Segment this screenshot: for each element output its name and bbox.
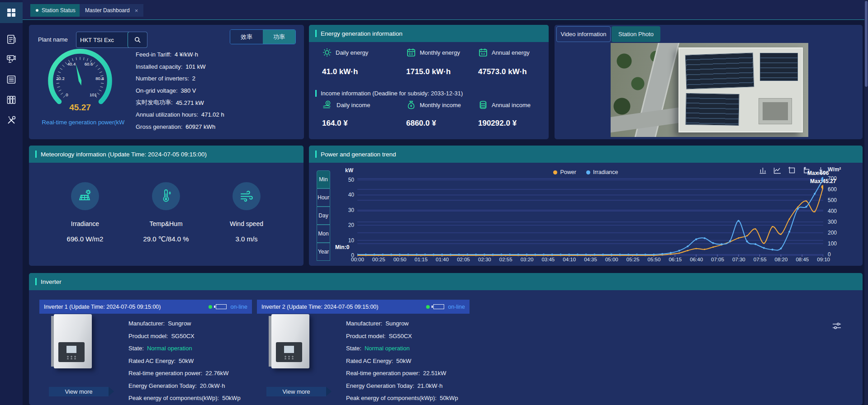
info-row: Gross generation:60927 kWh [136, 121, 224, 133]
legend-power[interactable]: Power [553, 169, 576, 175]
annual-income-value: 190292.0 ¥ [478, 119, 550, 128]
photo-solar-array [685, 93, 739, 126]
header-accent [35, 151, 37, 158]
irradiance-legend-dot [586, 170, 590, 174]
panel-title: Energy generation information [321, 30, 403, 37]
monthly-income-value: 6860.0 ¥ [406, 119, 479, 128]
min-annotation: Min:0 [335, 244, 349, 250]
gauge-tick-label: 101 [90, 92, 97, 97]
zoom-in-icon[interactable] [788, 166, 796, 174]
daily-energy-value: 41.0 kW·h [322, 67, 394, 76]
thermometer-icon [158, 188, 174, 204]
range-button-min[interactable]: Min [317, 170, 330, 188]
header-accent [315, 151, 317, 158]
tab-label: Master Dashboard [85, 7, 130, 14]
coins-icon [478, 100, 488, 110]
range-button-day[interactable]: Day [317, 207, 330, 225]
daily-income-item: Daily income [322, 100, 394, 110]
tab-label: Station Status [42, 7, 76, 14]
met-label: Wind speed [208, 220, 285, 227]
toggle-power[interactable]: 功率 [263, 30, 295, 44]
met-value: 696.0 W/m2 [47, 235, 123, 243]
y-tick: 50 [335, 177, 354, 183]
inverter-device-icon [433, 304, 444, 309]
y-left-unit: kW [345, 167, 353, 174]
panel-header: Meteorology information (Update Time: 20… [29, 146, 304, 163]
range-button-mon[interactable]: Mon [317, 225, 330, 243]
tab-video-information[interactable]: Video information [556, 26, 611, 42]
toggle-efficiency[interactable]: 效率 [230, 30, 263, 44]
panel-header: Power and generation trend [309, 146, 863, 163]
online-status-dot [209, 305, 212, 309]
calendar-icon [406, 47, 416, 57]
bar-chart-icon[interactable] [759, 166, 767, 174]
inverter-card-2: Inverter 2 (Update Time: 2024-07-05 09:1… [257, 300, 470, 405]
daily-energy-item: Daily energy [322, 47, 394, 57]
search-button[interactable] [128, 32, 147, 48]
filter-sliders-icon[interactable] [832, 322, 841, 332]
range-button-year[interactable]: Year [317, 243, 330, 261]
panel-title: Power and generation trend [321, 151, 396, 158]
info-row: On-grid voltage:380 V [136, 85, 224, 97]
legend-irradiance[interactable]: Irradiance [586, 169, 618, 175]
inverter-image [54, 314, 92, 368]
gauge-tick-label: 80.8 [95, 76, 104, 81]
cabinet-icon[interactable] [6, 94, 17, 105]
monthly-income-item: Monthly income [406, 100, 479, 110]
max-power-annotation: Max:45.27 [810, 178, 836, 184]
photo-solar-array [760, 53, 798, 81]
station-info-list: Feed-in Tariff:4 ¥/kW·h Installed capaci… [136, 48, 224, 133]
inverter-device-icon [216, 304, 227, 309]
gauge-tick-label: 20.2 [56, 76, 65, 81]
tab-master-dashboard[interactable]: Master Dashboard × [80, 4, 143, 17]
solar-panel-icon [77, 188, 93, 204]
sun-icon [322, 47, 332, 57]
search-icon [134, 36, 141, 43]
power-legend-dot [553, 170, 557, 174]
scrollbar-thumb[interactable] [865, 1, 868, 87]
info-row: Number of inverters:2 [136, 72, 224, 85]
gauge-svg: 0 20.2 40.4 60.6 80.8 101 45.27 [35, 40, 125, 119]
power-gauge: 0 20.2 40.4 60.6 80.8 101 45.27 [35, 40, 125, 119]
icon-circle [232, 182, 261, 210]
inverter-details: Manufacturer:Sungrow Product model:SG50C… [128, 317, 241, 405]
media-panel: Video information Station Photo [555, 25, 863, 139]
met-value: 3.0 m/s [208, 235, 285, 243]
form-icon[interactable] [6, 74, 17, 85]
inverter-state: Normal operation [365, 345, 410, 352]
report-icon[interactable] [6, 34, 17, 45]
inverter-title: Inverter 2 (Update Time: 2024-07-05 09:1… [261, 304, 426, 310]
income-subtitle: Income information (Deadline for subsidy… [315, 90, 463, 97]
dashboard-icon[interactable] [6, 7, 17, 18]
view-more-button[interactable]: View more [266, 387, 326, 396]
monitor-icon[interactable] [6, 53, 17, 64]
wind-icon [238, 188, 255, 204]
header-accent [315, 30, 317, 37]
range-button-hour[interactable]: Hour [317, 188, 330, 207]
line-chart-icon[interactable] [773, 166, 781, 174]
inverter-title-bar: Inverter 1 (Update Time: 2024-07-05 09:1… [39, 300, 252, 314]
trend-plot[interactable] [357, 176, 823, 260]
inverter-title-bar: Inverter 2 (Update Time: 2024-07-05 09:1… [257, 300, 470, 314]
tools-icon[interactable] [6, 115, 17, 126]
y-tick: 300 [828, 219, 837, 225]
info-row: Installed capacity:101 kW [136, 61, 224, 73]
y-tick: 100 [828, 240, 837, 247]
panel-title: Meteorology information (Update Time: 20… [41, 151, 207, 158]
energy-generation-panel: Energy generation information Daily ener… [309, 25, 549, 139]
inverter-image [271, 314, 309, 368]
y-tick: 200 [828, 230, 837, 236]
view-more-button[interactable]: View more [49, 387, 109, 396]
inverter-state: Normal operation [147, 345, 192, 352]
gauge-value: 45.27 [69, 103, 91, 112]
tab-station-status[interactable]: Station Status [30, 4, 81, 17]
photo-solar-array [685, 52, 754, 89]
efficiency-power-toggle: 效率 功率 [230, 29, 296, 44]
y-tick: 20 [335, 222, 354, 228]
inverter-panel: Inverter Inverter 1 (Update Time: 2024-0… [29, 273, 863, 405]
daily-income-value: 164.0 ¥ [322, 119, 394, 128]
tab-station-photo[interactable]: Station Photo [612, 26, 660, 42]
gauge-tick-label: 40.4 [67, 61, 76, 66]
met-label: Temp&Hum [128, 220, 204, 227]
close-icon[interactable]: × [135, 7, 138, 14]
